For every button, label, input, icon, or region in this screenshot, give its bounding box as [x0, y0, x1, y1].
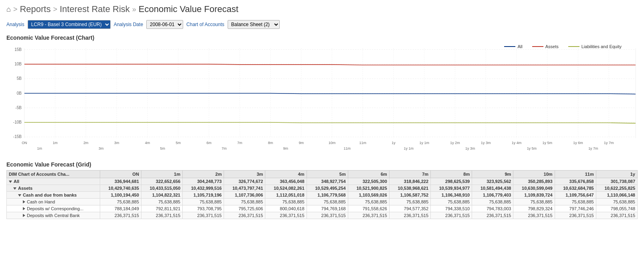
cell-value: 326,774,672	[224, 178, 265, 185]
row-label: All	[14, 179, 19, 184]
cell-value: 236,371,515	[348, 212, 389, 219]
svg-text:1y 7m: 1y 7m	[588, 146, 598, 150]
cell-value: 318,846,222	[389, 178, 430, 185]
cell-value: 793,708,795	[183, 205, 224, 212]
legend-assets: Assets	[532, 44, 559, 49]
legend-all-label: All	[517, 44, 522, 49]
col-header-6m: 6m	[348, 171, 389, 178]
table-row: Cash and due from banks1,100,194,4501,10…	[7, 192, 638, 199]
svg-text:ON: ON	[22, 141, 27, 145]
legend-assets-label: Assets	[545, 44, 559, 49]
svg-text:1y 4m: 1y 4m	[512, 141, 522, 145]
cell-value: 1,112,051,018	[265, 192, 307, 199]
svg-text:11m: 11m	[359, 141, 366, 145]
expand-child-icon[interactable]	[23, 200, 25, 203]
cell-value: 795,725,606	[224, 205, 265, 212]
cell-value: 794,338,510	[431, 205, 472, 212]
svg-text:-10B: -10B	[13, 120, 22, 124]
cell-value: 75,638,885	[183, 199, 224, 205]
cell-value: 236,371,515	[472, 212, 513, 219]
svg-text:5m: 5m	[176, 141, 181, 145]
legend-all-line	[504, 46, 515, 47]
expand-child-icon[interactable]	[23, 207, 25, 210]
cell-value: 10,529,495,254	[307, 185, 348, 192]
col-header-on: ON	[100, 171, 141, 178]
cell-value: 1,106,348,910	[431, 192, 472, 199]
svg-text:1y 2m: 1y 2m	[450, 141, 460, 145]
expand-assets-icon[interactable]	[13, 187, 16, 190]
cell-value: 75,638,885	[596, 199, 637, 205]
home-icon[interactable]: ⌂	[6, 5, 11, 14]
svg-text:5m: 5m	[160, 146, 166, 150]
breadcrumb-sep3: »	[132, 5, 136, 14]
col-header-9m: 9m	[472, 171, 513, 178]
table-header-row: DIM Chart of Accounts Cha... ON 1m 2m 3m…	[7, 171, 638, 178]
legend-liabilities-line	[568, 46, 579, 47]
analysis-date-select[interactable]: 2008-06-01	[146, 20, 183, 29]
svg-text:9m: 9m	[283, 146, 289, 150]
cell-value: 75,638,885	[555, 199, 596, 205]
cell-value: 75,638,885	[389, 199, 430, 205]
row-label: Deposits with Central Bank	[27, 213, 80, 218]
legend-liabilities: Liabilities and Equity	[568, 44, 622, 49]
data-table: DIM Chart of Accounts Cha... ON 1m 2m 3m…	[6, 170, 638, 219]
col-header-2m: 2m	[183, 171, 224, 178]
cell-value: 1,106,779,403	[472, 192, 513, 199]
row-label: Cash and due from banks	[23, 193, 77, 197]
cell-value: 75,638,885	[513, 199, 555, 205]
expand-child-icon[interactable]	[23, 214, 25, 217]
chart-legend: All Assets Liabilities and Equity	[504, 44, 622, 49]
table-row: Deposits w/ Corresponding...788,184,0497…	[7, 205, 638, 212]
cell-value: 304,248,773	[183, 178, 224, 185]
cell-value: 236,371,515	[431, 212, 472, 219]
cell-value: 236,371,515	[224, 212, 265, 219]
cell-value: 236,371,515	[389, 212, 430, 219]
cell-value: 1,106,779,568	[307, 192, 348, 199]
table-row: Cash on Hand75,638,88575,638,88575,638,8…	[7, 199, 638, 205]
cell-value: 10,521,900,825	[348, 185, 389, 192]
cell-value: 236,371,515	[596, 212, 637, 219]
col-header-1y: 1y	[596, 171, 637, 178]
cell-value: 10,622,255,825	[596, 185, 637, 192]
cell-value: 335,676,858	[555, 178, 596, 185]
controls-row: Analysis LCR9 - Basel 3 Combined (EUR) A…	[6, 20, 638, 29]
cell-value: 792,811,921	[141, 205, 182, 212]
table-row: All336,944,681322,652,656304,248,773326,…	[7, 178, 638, 185]
analysis-select[interactable]: LCR9 - Basel 3 Combined (EUR)	[28, 20, 111, 29]
cell-value: 75,638,885	[431, 199, 472, 205]
cell-value: 75,638,885	[472, 199, 513, 205]
row-label: Assets	[18, 186, 32, 191]
cell-value: 348,927,754	[307, 178, 348, 185]
cell-value: 236,371,515	[513, 212, 555, 219]
cell-value: 1,103,569,026	[348, 192, 389, 199]
expand-all-icon[interactable]	[9, 181, 12, 183]
cell-value: 10,539,934,977	[431, 185, 472, 192]
col-header-3m: 3m	[224, 171, 265, 178]
svg-text:7m: 7m	[222, 146, 227, 150]
col-header-7m: 7m	[389, 171, 430, 178]
cell-value: 794,783,003	[472, 205, 513, 212]
col-header-4m: 4m	[265, 171, 307, 178]
svg-text:9m: 9m	[299, 141, 304, 145]
row-label: Deposits w/ Corresponding...	[27, 206, 83, 211]
svg-text:1m: 1m	[37, 146, 42, 150]
grid-section: Economic Value Forecast (Grid) DIM Chart…	[6, 161, 638, 219]
breadcrumb-sep2: >	[53, 5, 57, 14]
cell-value: 1,104,822,321	[141, 192, 182, 199]
expand-cash-icon[interactable]	[18, 194, 21, 197]
cell-value: 75,638,885	[141, 199, 182, 205]
breadcrumb-reports[interactable]: Reports	[20, 4, 50, 14]
analysis-date-label: Analysis Date	[114, 22, 143, 27]
coa-select[interactable]: Balance Sheet (2)	[228, 20, 280, 29]
svg-text:10B: 10B	[14, 62, 22, 66]
svg-text:7m: 7m	[237, 141, 242, 145]
cell-value: 10,433,515,050	[141, 185, 182, 192]
cell-value: 301,738,087	[596, 178, 637, 185]
cell-value: 336,944,681	[100, 178, 141, 185]
breadcrumb: ⌂ > Reports > Interest Rate Risk » Econo…	[6, 4, 638, 14]
cell-value: 10,473,797,741	[224, 185, 265, 192]
cell-value: 298,625,539	[431, 178, 472, 185]
svg-text:8m: 8m	[268, 141, 273, 145]
svg-text:-5B: -5B	[15, 106, 22, 110]
breadcrumb-irr[interactable]: Interest Rate Risk	[60, 4, 130, 14]
